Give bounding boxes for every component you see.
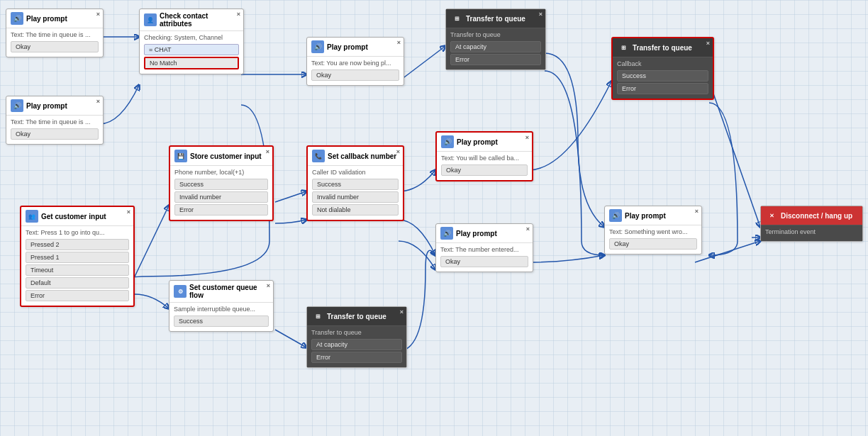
- transfer-queue-1-capacity-port[interactable]: At capacity: [450, 41, 541, 52]
- timeout-port[interactable]: Timeout: [26, 264, 129, 276]
- set-customer-queue-node[interactable]: ⚙ Set customer queue flow × Sample inter…: [169, 280, 274, 332]
- chat-label: = CHAT: [149, 46, 172, 53]
- set-callback-header: 📞 Set callback number ×: [308, 147, 403, 166]
- get-customer-input-title: Get customer input: [41, 213, 106, 220]
- transfer-queue-1-header: ⊞ Transfer to queue ×: [446, 9, 545, 28]
- transfer-queue-1-body: Transfer to queue At capacity Error: [446, 28, 545, 69]
- play-prompt-1-node[interactable]: 🔊 Play prompt × Text: The time in queue …: [6, 9, 104, 57]
- number-okay-port[interactable]: Okay: [440, 256, 528, 267]
- callback-invalid-port[interactable]: Invalid number: [312, 191, 399, 203]
- close-icon-12[interactable]: ×: [267, 282, 270, 289]
- transfer-queue-3-header: ⊞ Transfer to queue ×: [307, 307, 406, 326]
- store-customer-input-body: Phone number, local(+1) Success Invalid …: [170, 166, 272, 220]
- transfer-queue-2-success-port[interactable]: Success: [617, 70, 708, 82]
- transfer-queue-2-header: ⊞ Transfer to queue ×: [613, 38, 713, 57]
- contact-icon: 👤: [144, 13, 157, 26]
- error-port-input[interactable]: Error: [26, 290, 129, 301]
- transfer-queue-1-node[interactable]: ⊞ Transfer to queue × Transfer to queue …: [445, 9, 546, 70]
- error-okay-port[interactable]: Okay: [609, 238, 697, 250]
- play-prompt-error-text: Text: Something went wro...: [609, 228, 697, 235]
- check-contact-body: Checking: System, Channel = CHAT No Matc…: [140, 31, 243, 74]
- transfer-queue-3-subtext: Transfer to queue: [311, 329, 402, 336]
- play-prompt-number-node[interactable]: 🔊 Play prompt × Text: The number entered…: [435, 223, 533, 272]
- disconnect-icon: ✕: [765, 209, 778, 222]
- close-icon-2[interactable]: ×: [96, 98, 100, 105]
- close-icon-13[interactable]: ×: [400, 308, 404, 315]
- set-callback-node[interactable]: 📞 Set callback number × Caller ID valida…: [306, 145, 404, 221]
- play-prompt-2-okay-port[interactable]: Okay: [11, 128, 99, 140]
- play-prompt-1-body: Text: The time in queue is ... Okay: [6, 28, 103, 57]
- play-prompt-2-header: 🔊 Play prompt ×: [6, 96, 103, 116]
- close-icon-14[interactable]: ×: [695, 208, 699, 215]
- nomatch-label: No Match: [150, 60, 177, 67]
- default-port[interactable]: Default: [26, 277, 129, 289]
- transfer-queue-2-node[interactable]: ⊞ Transfer to queue × Callback Success E…: [611, 37, 714, 100]
- close-icon-7[interactable]: ×: [127, 208, 130, 216]
- speaker-icon-6: 🔊: [609, 209, 622, 222]
- transfer-queue-2-error-port[interactable]: Error: [617, 83, 708, 94]
- close-icon-4[interactable]: ×: [397, 39, 401, 46]
- close-icon-9[interactable]: ×: [396, 148, 400, 155]
- play-prompt-3-node[interactable]: 🔊 Play prompt × Text: You are now being …: [306, 37, 404, 86]
- store-customer-input-title: Store customer input: [190, 152, 262, 160]
- play-prompt-error-header: 🔊 Play prompt ×: [605, 206, 701, 225]
- transfer-queue-3-node[interactable]: ⊞ Transfer to queue × Transfer to queue …: [306, 306, 407, 368]
- store-customer-input-node[interactable]: 💾 Store customer input × Phone number, l…: [169, 145, 274, 221]
- play-prompt-error-body: Text: Something went wro... Okay: [605, 225, 701, 254]
- check-contact-chat-port[interactable]: = CHAT: [144, 44, 239, 55]
- close-icon-6[interactable]: ×: [706, 40, 710, 47]
- queue3-error-port[interactable]: Error: [311, 352, 402, 363]
- pressed-1-port[interactable]: Pressed 1: [26, 252, 129, 263]
- callback-notdialable-port[interactable]: Not dialable: [312, 204, 399, 216]
- play-prompt-1-okay-port[interactable]: Okay: [11, 41, 99, 52]
- check-contact-title: Check contact attributes: [160, 12, 239, 28]
- check-contact-header: 👤 Check contact attributes ×: [140, 9, 243, 31]
- play-prompt-number-text: Text: The number entered...: [440, 246, 528, 253]
- queue-success-port[interactable]: Success: [174, 315, 269, 327]
- speaker-icon-2: 🔊: [11, 99, 23, 112]
- customer-icon: 👥: [26, 210, 38, 223]
- speaker-icon-5: 🔊: [440, 227, 453, 240]
- transfer-queue-3-body: Transfer to queue At capacity Error: [307, 326, 406, 367]
- close-icon-8[interactable]: ×: [266, 148, 269, 155]
- queue3-capacity-port[interactable]: At capacity: [311, 339, 402, 350]
- close-icon-11[interactable]: ×: [526, 225, 530, 233]
- transfer-queue-3-title: Transfer to queue: [327, 313, 386, 320]
- callback-icon: 📞: [312, 150, 325, 162]
- set-callback-text: Caller ID validation: [312, 169, 399, 176]
- store-error-port[interactable]: Error: [174, 204, 268, 216]
- queue-icon-1: ⊞: [450, 12, 463, 25]
- play-prompt-3-body: Text: You are now being pl... Okay: [307, 57, 404, 85]
- flow-canvas[interactable]: 🔊 Play prompt × Text: The time in queue …: [0, 0, 868, 436]
- disconnect-body: Termination event: [761, 225, 862, 241]
- play-prompt-1-title: Play prompt: [26, 15, 67, 23]
- disconnect-node[interactable]: ✕ Disconnect / hang up Termination event: [760, 206, 863, 242]
- queue-icon-3: ⊞: [311, 310, 324, 323]
- play-prompt-2-node[interactable]: 🔊 Play prompt × Text: The time in queue …: [6, 96, 104, 145]
- check-contact-nomatch-port[interactable]: No Match: [144, 57, 239, 69]
- pressed-2-port[interactable]: Pressed 2: [26, 239, 129, 250]
- close-icon-10[interactable]: ×: [525, 134, 529, 141]
- close-icon[interactable]: ×: [96, 11, 100, 18]
- play-prompt-error-node[interactable]: 🔊 Play prompt × Text: Something went wro…: [604, 206, 702, 255]
- set-queue-icon: ⚙: [174, 285, 187, 298]
- speaker-icon: 🔊: [11, 12, 23, 25]
- transfer-queue-1-error-port[interactable]: Error: [450, 54, 541, 65]
- store-customer-input-header: 💾 Store customer input ×: [170, 147, 272, 166]
- transfer-queue-2-title: Transfer to queue: [633, 44, 692, 52]
- callback-success-port[interactable]: Success: [312, 179, 399, 190]
- set-customer-queue-title: Set customer queue flow: [189, 284, 269, 299]
- store-success-port[interactable]: Success: [174, 179, 268, 190]
- play-prompt-callback-node[interactable]: 🔊 Play prompt × Text: You will be called…: [435, 131, 533, 181]
- disconnect-header: ✕ Disconnect / hang up: [761, 206, 862, 225]
- close-icon-5[interactable]: ×: [539, 11, 542, 18]
- check-contact-node[interactable]: 👤 Check contact attributes × Checking: S…: [139, 9, 244, 74]
- play-prompt-3-okay-port[interactable]: Okay: [311, 69, 399, 81]
- play-prompt-1-header: 🔊 Play prompt ×: [6, 9, 103, 28]
- play-prompt-1-text: Text: The time in queue is ...: [11, 31, 99, 38]
- play-prompt-3-header: 🔊 Play prompt ×: [307, 38, 404, 57]
- store-invalid-port[interactable]: Invalid number: [174, 191, 268, 203]
- get-customer-input-node[interactable]: 👥 Get customer input × Text: Press 1 to …: [20, 206, 135, 307]
- close-icon-3[interactable]: ×: [237, 11, 240, 18]
- callback-okay-port[interactable]: Okay: [441, 164, 528, 176]
